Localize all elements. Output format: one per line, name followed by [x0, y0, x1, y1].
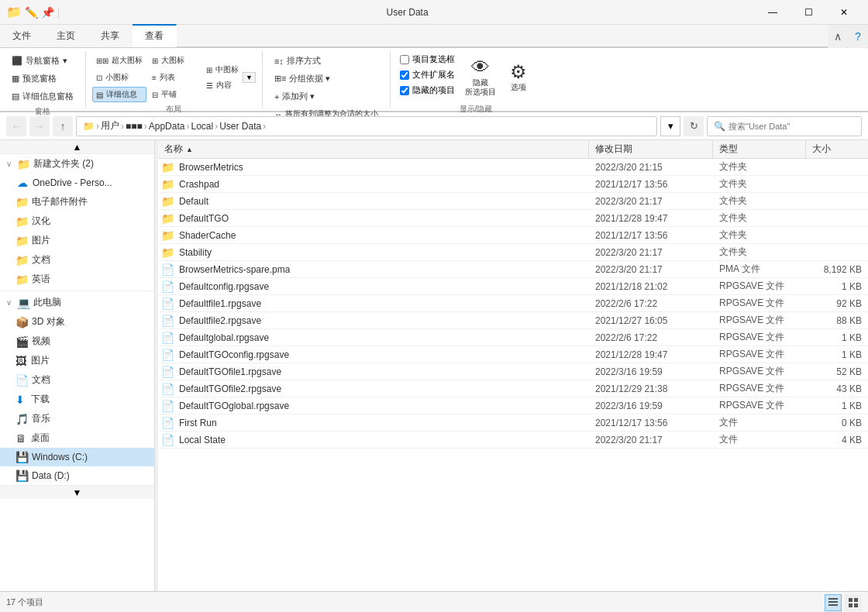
file-name-local-state: Local State [179, 435, 226, 445]
item-checkbox-label[interactable]: 项目复选框 [397, 53, 458, 66]
sidebar-item-docs2[interactable]: 📄 文档 [0, 370, 154, 390]
file-date: 2021/12/29 21:38 [589, 383, 713, 394]
medium-icons-btn[interactable]: ⊞中图标 [202, 62, 243, 77]
file-name: Crashpad [179, 179, 219, 190]
sort-by-button[interactable]: ≡↕排序方式 [269, 53, 326, 69]
search-input[interactable] [728, 122, 855, 131]
details-view-button[interactable] [825, 594, 842, 611]
sidebar-item-this-pc[interactable]: ∨ 💻 此电脑 [0, 293, 154, 312]
sidebar-item-onedrive[interactable]: ☁ OneDrive - Perso... [0, 174, 154, 192]
sidebar-item-windows-c[interactable]: 💾 Windows (C:) [0, 448, 154, 466]
nav-pane-button[interactable]: ⬛ 导航窗格 ▾ [6, 53, 73, 69]
table-row[interactable]: 📁 BrowserMetrics 2022/3/20 21:15 文件夹 [158, 159, 868, 176]
table-row[interactable]: 📁 Crashpad 2021/12/17 13:56 文件夹 [158, 176, 868, 193]
file-type: 文件夹 [713, 229, 806, 242]
sidebar-item-data-d[interactable]: 💾 Data (D:) [0, 466, 154, 485]
refresh-button[interactable]: ↻ [684, 116, 704, 136]
sidebar-item-new-folder[interactable]: ∨ 📁 新建文件夹 (2) [0, 154, 154, 174]
table-row[interactable]: 📄 Local State 2022/3/20 21:17 文件 4 KB [158, 431, 868, 449]
sidebar-item-downloads[interactable]: ⬇ 下载 [0, 390, 154, 409]
close-button[interactable]: ✕ [826, 0, 862, 25]
table-row[interactable]: 📄 Defaultfile1.rpgsave 2022/2/6 17:22 RP… [158, 295, 868, 312]
sidebar-item-email[interactable]: 📁 电子邮件附件 [0, 192, 154, 211]
table-row[interactable]: 📄 BrowserMetrics-spare.pma 2022/3/20 21:… [158, 261, 868, 278]
table-row[interactable]: 📄 DefaultTGOglobal.rpgsave 2022/3/16 19:… [158, 397, 868, 414]
col-size-header[interactable]: 大小 [806, 140, 868, 158]
tab-share[interactable]: 共享 [88, 25, 133, 47]
sidebar-scroll-down[interactable]: ▼ [0, 485, 154, 499]
extra-large-icons-btn[interactable]: ⊞⊞超大图标 [92, 53, 146, 68]
address-path[interactable]: 📁 › 用户 › ■■■ › AppData › Local › User Da… [76, 116, 657, 136]
col-name-header[interactable]: 名称 [158, 140, 589, 158]
options-button[interactable]: ⚙ 选项 [503, 53, 534, 102]
sidebar-item-video[interactable]: 🎬 视频 [0, 332, 154, 351]
sidebar-item-desktop[interactable]: 🖥 桌面 [0, 428, 154, 448]
table-row[interactable]: 📁 DefaultTGO 2021/12/28 19:47 文件夹 [158, 210, 868, 227]
table-row[interactable]: 📁 Stability 2022/3/20 21:17 文件夹 [158, 244, 868, 261]
status-bar: 17 个项目 [0, 591, 868, 612]
list-btn[interactable]: ≡列表 [148, 70, 202, 85]
sidebar-item-hanhua[interactable]: 📁 汉化 [0, 211, 154, 231]
group-by-button[interactable]: ⊞≡分组依据 ▾ [269, 70, 336, 87]
file-size: 1 KB [806, 401, 868, 411]
sidebar-item-pictures2[interactable]: 🖼 图片 [0, 351, 154, 370]
sidebar-item-3d[interactable]: 📦 3D 对象 [0, 312, 154, 332]
table-row[interactable]: 📄 Defaultconfig.rpgsave 2021/12/18 21:02… [158, 278, 868, 295]
tiles-btn[interactable]: ⊟平铺 [148, 87, 202, 102]
file-extensions-label[interactable]: 文件扩展名 [397, 68, 458, 81]
table-row[interactable]: 📄 First Run 2021/12/17 13:56 文件 0 KB [158, 414, 868, 431]
table-row[interactable]: 📄 Defaultglobal.rpgsave 2022/2/6 17:22 R… [158, 329, 868, 346]
col-date-header[interactable]: 修改日期 [589, 140, 713, 158]
ribbon-collapse-btn[interactable]: ∧ [828, 25, 848, 48]
title-bar-icons: 📁 ✏️ 📌 | [6, 5, 60, 19]
svg-rect-5 [849, 603, 852, 607]
content-btn[interactable]: ☰内容 [202, 77, 236, 93]
large-icons-btn[interactable]: ⊞大图标 [148, 53, 202, 68]
details-pane-button[interactable]: ▤ 详细信息窗格 [6, 88, 79, 105]
path-icon: 📁 [83, 121, 95, 132]
tiles-icon: ⊟ [152, 91, 158, 99]
file-date: 2022/3/20 21:17 [589, 196, 713, 207]
sidebar-item-music[interactable]: 🎵 音乐 [0, 409, 154, 428]
table-row[interactable]: 📄 DefaultTGOfile1.rpgsave 2022/3/16 19:5… [158, 363, 868, 380]
options-label: 选项 [511, 83, 526, 92]
maximize-button[interactable]: ☐ [790, 0, 826, 25]
file-name-cell: 📁 DefaultTGO [158, 212, 589, 225]
table-row[interactable]: 📁 Default 2022/3/20 21:17 文件夹 [158, 193, 868, 210]
path-dropdown-button[interactable]: ▾ [660, 116, 680, 136]
hide-selected-button[interactable]: 👁 隐藏所选项目 [463, 53, 498, 102]
large-icons-view-button[interactable] [845, 594, 862, 611]
col-type-header[interactable]: 类型 [713, 140, 806, 158]
search-box[interactable]: 🔍 [707, 116, 862, 136]
table-row[interactable]: 📄 DefaultTGOconfig.rpgsave 2021/12/28 19… [158, 346, 868, 363]
tab-file[interactable]: 文件 [0, 25, 44, 47]
file-name: Defaultconfig.rpgsave [179, 281, 269, 292]
file-extensions-input[interactable] [400, 70, 409, 80]
sidebar-item-documents[interactable]: 📁 文档 [0, 250, 154, 270]
minimize-button[interactable]: — [755, 0, 790, 25]
up-button[interactable]: ↑ [53, 116, 73, 136]
sidebar-item-pictures[interactable]: 📁 图片 [0, 231, 154, 250]
back-button[interactable]: ← [6, 116, 26, 136]
forward-button[interactable]: → [29, 116, 50, 136]
help-btn[interactable]: ? [848, 25, 868, 48]
hidden-items-input[interactable] [400, 86, 409, 95]
details-btn[interactable]: ▤详细信息 [92, 87, 146, 102]
table-row[interactable]: 📁 ShaderCache 2021/12/17 13:56 文件夹 [158, 227, 868, 244]
item-checkbox-input[interactable] [400, 55, 409, 64]
tab-view[interactable]: 查看 [133, 24, 177, 47]
table-row[interactable]: 📄 Defaultfile2.rpgsave 2021/12/27 16:05 … [158, 312, 868, 329]
file-name: Defaultglobal.rpgsave [179, 332, 269, 343]
pin-icon: 📌 [41, 6, 54, 19]
small-icons-btn[interactable]: ⊡小图标 [92, 70, 146, 85]
table-row[interactable]: 📄 DefaultTGOfile2.rpgsave 2021/12/29 21:… [158, 380, 868, 397]
preview-pane-button[interactable]: ▦ 预览窗格 [6, 70, 62, 87]
nav-pane-icon: ⬛ [12, 56, 22, 66]
ribbon: 文件 主页 共享 查看 ∧ ? ⬛ 导航窗格 ▾ ▦ 预览窗格 ▤ [0, 25, 868, 112]
layout-expand-btn[interactable]: ▼ [243, 72, 256, 83]
tab-home[interactable]: 主页 [44, 25, 88, 47]
add-column-button[interactable]: +添加列 ▾ [269, 88, 321, 105]
sidebar-item-english[interactable]: 📁 英语 [0, 270, 154, 289]
hidden-items-label[interactable]: 隐藏的项目 [397, 84, 458, 97]
sidebar-scroll-up[interactable]: ▲ [0, 140, 154, 154]
